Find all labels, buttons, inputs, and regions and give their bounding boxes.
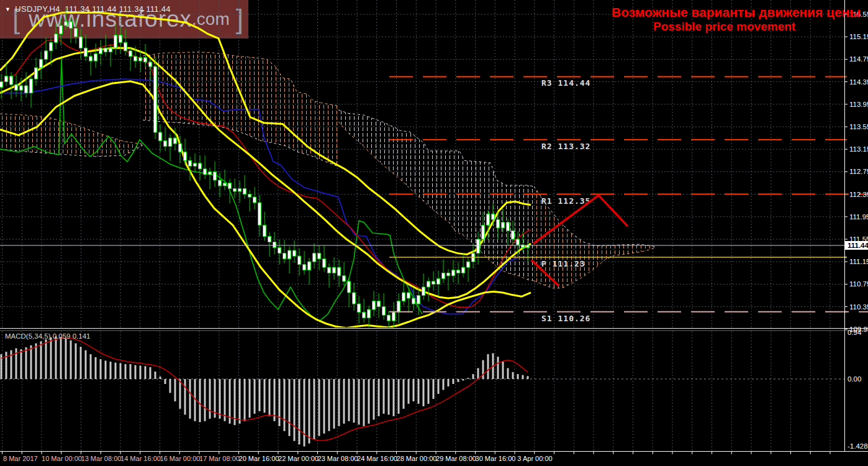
time-axis-label: 23 Mar 08:00: [318, 455, 358, 462]
candle-body: [179, 144, 182, 152]
macd-histogram-bar: [472, 374, 474, 379]
candle-body: [502, 222, 505, 228]
candle-body: [427, 281, 430, 287]
mt4-chart-window: [ www.instaforex .com ] R3 114.44R2 113.…: [0, 0, 868, 466]
macd-histogram-bar: [309, 379, 310, 444]
macd-histogram-bar: [30, 345, 32, 379]
macd-histogram-bar: [319, 379, 320, 436]
candle-body: [194, 163, 197, 167]
candle-body: [60, 25, 63, 34]
macd-histogram-bar: [527, 376, 529, 379]
macd-histogram-bar: [413, 379, 415, 401]
candle-body: [333, 267, 336, 273]
svg-text:114.35: 114.35: [849, 78, 868, 86]
macd-histogram-bar: [487, 354, 489, 379]
macd-histogram-bar: [145, 366, 147, 379]
svg-text:112.35: 112.35: [849, 191, 868, 198]
svg-text:115.15: 115.15: [849, 33, 868, 40]
macd-histogram-bar: [155, 372, 156, 379]
symbol-timeframe-label: USDJPY,H4: [15, 4, 60, 14]
svg-text:112.75: 112.75: [849, 168, 868, 175]
macd-histogram-bar: [150, 367, 151, 379]
macd-histogram-bar: [140, 365, 142, 379]
pivot-label-R2: R2 113.32: [541, 142, 590, 151]
macd-histogram-bar: [204, 379, 206, 421]
macd-histogram-bar: [482, 360, 484, 379]
candle-body: [174, 138, 177, 144]
ohlc-values: 111.34 111.44 111.34 111.44: [65, 4, 171, 14]
chart-canvas[interactable]: R3 114.44R2 113.32R1 112.35P 111.23S1 11…: [0, 0, 868, 466]
macd-histogram-bar: [90, 354, 92, 379]
candle-body: [447, 273, 450, 276]
time-axis[interactable]: 8 Mar 201710 Mar 00:0013 Mar 08:0014 Mar…: [2, 452, 831, 462]
candle-body: [199, 163, 202, 169]
macd-histogram-bar: [468, 378, 469, 379]
chevron-down-icon[interactable]: ▼: [5, 6, 11, 12]
macd-histogram-bar: [55, 336, 57, 379]
macd-axis-label: -1.428: [848, 442, 868, 450]
candle-body: [457, 270, 460, 273]
macd-histogram-bar: [105, 360, 107, 379]
candle-body: [114, 35, 117, 48]
macd-panel[interactable]: [0, 336, 844, 446]
macd-histogram-bar: [522, 375, 524, 379]
macd-histogram-bar: [294, 379, 296, 441]
macd-histogram-bar: [224, 379, 226, 421]
candle-body: [169, 138, 172, 147]
candle-body: [303, 265, 306, 270]
macd-histogram-bar: [338, 379, 340, 426]
candle-body: [248, 194, 251, 198]
candle-body: [492, 214, 495, 219]
candle-body: [283, 254, 286, 259]
macd-histogram-bar: [453, 379, 454, 384]
ichimoku-cloud: [0, 114, 143, 157]
candle-body: [40, 59, 43, 68]
macd-histogram-bar: [209, 379, 211, 419]
annotation-text-en: Possible price movement: [653, 20, 795, 34]
candle-body: [209, 171, 212, 175]
candle-body: [467, 262, 470, 267]
candle-body: [293, 250, 296, 256]
macd-histogram-bar: [199, 379, 201, 422]
candle-body: [65, 22, 68, 25]
candle-body: [154, 66, 157, 132]
candle-body: [392, 313, 396, 321]
candle-body: [452, 270, 455, 276]
macd-histogram-bar: [264, 379, 266, 413]
candle-body: [159, 132, 162, 141]
candle-body: [348, 281, 351, 293]
macd-histogram-bar: [269, 379, 271, 416]
candle-body: [219, 180, 222, 186]
macd-histogram-bar: [314, 379, 315, 439]
candle-body: [437, 278, 440, 284]
svg-text:110.35: 110.35: [849, 303, 868, 311]
macd-histogram-bar: [517, 374, 519, 379]
macd-histogram-bar: [80, 347, 82, 379]
time-axis-label: 28 Mar 00:00: [397, 455, 437, 462]
candle-body: [397, 301, 400, 313]
candle-body: [139, 58, 142, 61]
candle-body: [387, 315, 391, 321]
macd-histogram-bar: [403, 379, 405, 409]
macd-histogram-bar: [254, 379, 256, 414]
macd-histogram-bar: [358, 379, 360, 424]
macd-histogram-bar: [477, 368, 479, 379]
macd-indicator-label: MACD(5,34,5) 0.059 0.141: [5, 332, 90, 340]
price-axis[interactable]: 115.55115.15114.75114.35113.95113.55113.…: [844, 11, 868, 450]
candle-body: [482, 225, 485, 239]
candle-body: [363, 313, 366, 318]
candle-body: [243, 189, 246, 194]
macd-histogram-bar: [120, 363, 122, 379]
candle-body: [253, 197, 256, 203]
macd-histogram-bar: [353, 379, 355, 423]
time-axis-label: 14 Mar 16:00: [120, 455, 161, 462]
candle-body: [268, 236, 271, 242]
macd-histogram-bar: [25, 347, 27, 379]
candle-body: [263, 225, 266, 236]
macd-histogram-bar: [304, 379, 305, 447]
candle-body: [238, 189, 242, 192]
candle-body: [184, 152, 187, 161]
macd-histogram-bar: [279, 379, 281, 426]
macd-histogram-bar: [20, 349, 22, 379]
candle-body: [368, 309, 371, 318]
